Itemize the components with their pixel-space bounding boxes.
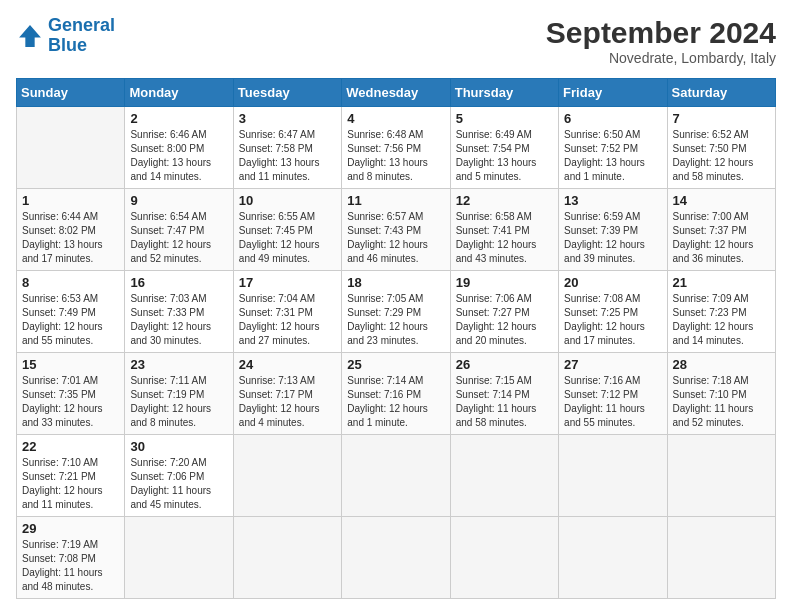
- logo-line1: General: [48, 15, 115, 35]
- empty-cell: [667, 435, 775, 517]
- empty-cell: [233, 517, 341, 599]
- day-info: Sunrise: 6:57 AMSunset: 7:43 PMDaylight:…: [347, 210, 444, 266]
- day-info: Sunrise: 7:14 AMSunset: 7:16 PMDaylight:…: [347, 374, 444, 430]
- day-info: Sunrise: 7:10 AMSunset: 7:21 PMDaylight:…: [22, 456, 119, 512]
- day-cell-20: 20Sunrise: 7:08 AMSunset: 7:25 PMDayligh…: [559, 271, 667, 353]
- day-number: 3: [239, 111, 336, 126]
- day-number: 27: [564, 357, 661, 372]
- day-info: Sunrise: 7:13 AMSunset: 7:17 PMDaylight:…: [239, 374, 336, 430]
- day-cell-3: 3Sunrise: 6:47 AMSunset: 7:58 PMDaylight…: [233, 107, 341, 189]
- calendar-week-1: 2Sunrise: 6:46 AMSunset: 8:00 PMDaylight…: [17, 107, 776, 189]
- day-number: 28: [673, 357, 770, 372]
- day-number: 22: [22, 439, 119, 454]
- day-cell-21: 21Sunrise: 7:09 AMSunset: 7:23 PMDayligh…: [667, 271, 775, 353]
- day-info: Sunrise: 7:05 AMSunset: 7:29 PMDaylight:…: [347, 292, 444, 348]
- day-number: 30: [130, 439, 227, 454]
- day-info: Sunrise: 7:18 AMSunset: 7:10 PMDaylight:…: [673, 374, 770, 430]
- empty-cell: [125, 517, 233, 599]
- day-info: Sunrise: 6:50 AMSunset: 7:52 PMDaylight:…: [564, 128, 661, 184]
- day-number: 17: [239, 275, 336, 290]
- day-cell-18: 18Sunrise: 7:05 AMSunset: 7:29 PMDayligh…: [342, 271, 450, 353]
- day-cell-17: 17Sunrise: 7:04 AMSunset: 7:31 PMDayligh…: [233, 271, 341, 353]
- day-info: Sunrise: 6:48 AMSunset: 7:56 PMDaylight:…: [347, 128, 444, 184]
- day-info: Sunrise: 7:01 AMSunset: 7:35 PMDaylight:…: [22, 374, 119, 430]
- day-cell-10: 10Sunrise: 6:55 AMSunset: 7:45 PMDayligh…: [233, 189, 341, 271]
- day-number: 5: [456, 111, 553, 126]
- day-cell-11: 11Sunrise: 6:57 AMSunset: 7:43 PMDayligh…: [342, 189, 450, 271]
- day-cell-14: 14Sunrise: 7:00 AMSunset: 7:37 PMDayligh…: [667, 189, 775, 271]
- day-cell-28: 28Sunrise: 7:18 AMSunset: 7:10 PMDayligh…: [667, 353, 775, 435]
- empty-cell: [667, 517, 775, 599]
- month-year: September 2024: [546, 16, 776, 50]
- svg-marker-0: [19, 25, 41, 47]
- day-cell-7: 7Sunrise: 6:52 AMSunset: 7:50 PMDaylight…: [667, 107, 775, 189]
- day-cell-12: 12Sunrise: 6:58 AMSunset: 7:41 PMDayligh…: [450, 189, 558, 271]
- day-number: 23: [130, 357, 227, 372]
- calendar-week-2: 1Sunrise: 6:44 AMSunset: 8:02 PMDaylight…: [17, 189, 776, 271]
- logo: General Blue: [16, 16, 115, 56]
- day-number: 24: [239, 357, 336, 372]
- day-number: 9: [130, 193, 227, 208]
- day-number: 29: [22, 521, 119, 536]
- day-number: 1: [22, 193, 119, 208]
- day-info: Sunrise: 7:20 AMSunset: 7:06 PMDaylight:…: [130, 456, 227, 512]
- calendar-week-6: 29Sunrise: 7:19 AMSunset: 7:08 PMDayligh…: [17, 517, 776, 599]
- day-cell-26: 26Sunrise: 7:15 AMSunset: 7:14 PMDayligh…: [450, 353, 558, 435]
- day-cell-13: 13Sunrise: 6:59 AMSunset: 7:39 PMDayligh…: [559, 189, 667, 271]
- logo-line2: Blue: [48, 35, 87, 55]
- day-number: 10: [239, 193, 336, 208]
- empty-cell: [450, 517, 558, 599]
- day-info: Sunrise: 6:59 AMSunset: 7:39 PMDaylight:…: [564, 210, 661, 266]
- day-cell-6: 6Sunrise: 6:50 AMSunset: 7:52 PMDaylight…: [559, 107, 667, 189]
- weekday-header-friday: Friday: [559, 79, 667, 107]
- day-info: Sunrise: 6:46 AMSunset: 8:00 PMDaylight:…: [130, 128, 227, 184]
- day-info: Sunrise: 7:08 AMSunset: 7:25 PMDaylight:…: [564, 292, 661, 348]
- day-info: Sunrise: 7:19 AMSunset: 7:08 PMDaylight:…: [22, 538, 119, 594]
- day-cell-23: 23Sunrise: 7:11 AMSunset: 7:19 PMDayligh…: [125, 353, 233, 435]
- weekday-header-monday: Monday: [125, 79, 233, 107]
- day-number: 13: [564, 193, 661, 208]
- day-cell-1: 1Sunrise: 6:44 AMSunset: 8:02 PMDaylight…: [17, 189, 125, 271]
- calendar-table: SundayMondayTuesdayWednesdayThursdayFrid…: [16, 78, 776, 599]
- day-info: Sunrise: 6:55 AMSunset: 7:45 PMDaylight:…: [239, 210, 336, 266]
- day-number: 15: [22, 357, 119, 372]
- day-cell-19: 19Sunrise: 7:06 AMSunset: 7:27 PMDayligh…: [450, 271, 558, 353]
- day-number: 2: [130, 111, 227, 126]
- empty-cell: [559, 517, 667, 599]
- day-number: 7: [673, 111, 770, 126]
- empty-cell: [233, 435, 341, 517]
- day-info: Sunrise: 7:11 AMSunset: 7:19 PMDaylight:…: [130, 374, 227, 430]
- day-cell-8: 8Sunrise: 6:53 AMSunset: 7:49 PMDaylight…: [17, 271, 125, 353]
- day-info: Sunrise: 6:58 AMSunset: 7:41 PMDaylight:…: [456, 210, 553, 266]
- day-info: Sunrise: 6:47 AMSunset: 7:58 PMDaylight:…: [239, 128, 336, 184]
- day-cell-27: 27Sunrise: 7:16 AMSunset: 7:12 PMDayligh…: [559, 353, 667, 435]
- day-number: 19: [456, 275, 553, 290]
- day-cell-29: 29Sunrise: 7:19 AMSunset: 7:08 PMDayligh…: [17, 517, 125, 599]
- day-info: Sunrise: 6:53 AMSunset: 7:49 PMDaylight:…: [22, 292, 119, 348]
- day-info: Sunrise: 7:15 AMSunset: 7:14 PMDaylight:…: [456, 374, 553, 430]
- day-number: 8: [22, 275, 119, 290]
- day-number: 18: [347, 275, 444, 290]
- day-number: 11: [347, 193, 444, 208]
- day-cell-5: 5Sunrise: 6:49 AMSunset: 7:54 PMDaylight…: [450, 107, 558, 189]
- day-number: 16: [130, 275, 227, 290]
- day-number: 20: [564, 275, 661, 290]
- day-cell-22: 22Sunrise: 7:10 AMSunset: 7:21 PMDayligh…: [17, 435, 125, 517]
- day-info: Sunrise: 6:49 AMSunset: 7:54 PMDaylight:…: [456, 128, 553, 184]
- day-number: 4: [347, 111, 444, 126]
- day-number: 21: [673, 275, 770, 290]
- header: General Blue September 2024 Novedrate, L…: [16, 16, 776, 66]
- day-info: Sunrise: 6:44 AMSunset: 8:02 PMDaylight:…: [22, 210, 119, 266]
- day-cell-9: 9Sunrise: 6:54 AMSunset: 7:47 PMDaylight…: [125, 189, 233, 271]
- day-info: Sunrise: 7:06 AMSunset: 7:27 PMDaylight:…: [456, 292, 553, 348]
- day-info: Sunrise: 6:54 AMSunset: 7:47 PMDaylight:…: [130, 210, 227, 266]
- calendar-week-5: 22Sunrise: 7:10 AMSunset: 7:21 PMDayligh…: [17, 435, 776, 517]
- day-cell-15: 15Sunrise: 7:01 AMSunset: 7:35 PMDayligh…: [17, 353, 125, 435]
- day-info: Sunrise: 6:52 AMSunset: 7:50 PMDaylight:…: [673, 128, 770, 184]
- day-number: 6: [564, 111, 661, 126]
- day-number: 14: [673, 193, 770, 208]
- day-cell-2: 2Sunrise: 6:46 AMSunset: 8:00 PMDaylight…: [125, 107, 233, 189]
- empty-cell: [342, 517, 450, 599]
- day-number: 12: [456, 193, 553, 208]
- day-info: Sunrise: 7:00 AMSunset: 7:37 PMDaylight:…: [673, 210, 770, 266]
